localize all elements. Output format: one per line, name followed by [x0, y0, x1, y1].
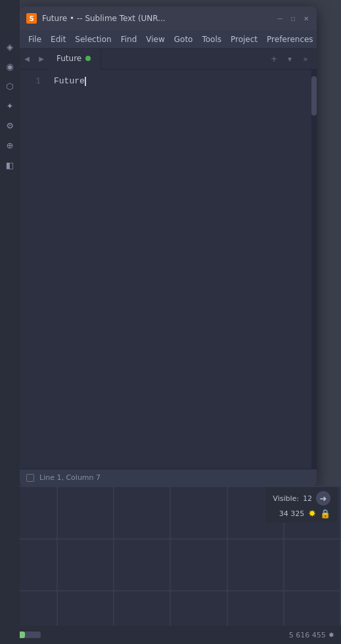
- menu-bar: File Edit Selection Find View Goto Tools…: [20, 30, 317, 49]
- tab-modified-indicator: [85, 56, 91, 61]
- sidebar-icon-1[interactable]: ◉: [3, 59, 17, 74]
- editor-window: S Future • -- Sublime Text (UNR... ─ □ ✕…: [20, 7, 317, 486]
- menu-project[interactable]: Project: [226, 33, 262, 45]
- lock-icon: 🔒: [320, 509, 330, 519]
- tab-bar: ◀ ▶ Future + ▾ »: [20, 49, 317, 70]
- sidebar-icon-6[interactable]: ◧: [3, 158, 17, 172]
- bottom-cell-9: [114, 540, 170, 591]
- bottom-cell-11: [228, 540, 283, 591]
- bottom-cell-8: [58, 540, 113, 591]
- line-number-1: 1: [35, 75, 41, 88]
- sidebar-icon-2[interactable]: ⬡: [3, 79, 17, 93]
- visible-count: 12: [303, 494, 312, 503]
- menu-file[interactable]: File: [24, 33, 46, 45]
- tab-back-button[interactable]: ◀: [20, 49, 34, 70]
- bottom-cell-10: [171, 540, 226, 591]
- status-bar: Line 1, Column 7: [20, 469, 317, 486]
- window-controls: ─ □ ✕: [276, 14, 310, 22]
- title-bar: S Future • -- Sublime Text (UNR... ─ □ ✕: [20, 7, 317, 30]
- code-line-1: Future: [54, 75, 310, 88]
- coord-display: 34 325: [279, 509, 305, 518]
- bottom-coords: 5 616 455: [289, 631, 326, 639]
- code-area[interactable]: Future: [47, 70, 317, 469]
- menu-goto[interactable]: Goto: [170, 33, 198, 45]
- editor-area[interactable]: 1 Future: [20, 70, 317, 469]
- maximize-button[interactable]: □: [289, 14, 297, 22]
- close-button[interactable]: ✕: [302, 14, 310, 22]
- text-cursor: [85, 77, 86, 86]
- sidebar-icon-0[interactable]: ◈: [3, 39, 17, 54]
- tab-label: Future: [57, 54, 81, 63]
- sidebar-icon-3[interactable]: ✦: [3, 98, 17, 113]
- visible-label: Visible:: [273, 494, 299, 503]
- vertical-scrollbar[interactable]: [311, 70, 317, 469]
- tab-actions: + ▾ »: [267, 52, 317, 66]
- bottom-status-bar: 5 616 455 ✸: [0, 626, 341, 644]
- tab-future[interactable]: Future: [49, 49, 101, 70]
- arrow-button[interactable]: ➜: [316, 491, 330, 505]
- bottom-status-right: 5 616 455 ✸: [289, 631, 334, 639]
- sidebar-icon-5[interactable]: ⊕: [3, 138, 17, 152]
- bottom-cell-3: [114, 487, 170, 538]
- menu-tools[interactable]: Tools: [197, 33, 226, 45]
- tab-overflow-button[interactable]: »: [298, 52, 313, 66]
- left-sidebar: ◈ ◉ ⬡ ✦ ⚙ ⊕ ◧: [0, 0, 20, 644]
- menu-find[interactable]: Find: [116, 33, 142, 45]
- info-row-visible: Visible: 12 ➜: [273, 491, 330, 505]
- bottom-snowflake-icon: ✸: [329, 631, 334, 639]
- cursor-position: Line 1, Column 7: [39, 473, 101, 482]
- menu-preferences[interactable]: Preferences: [262, 33, 317, 45]
- status-checkbox[interactable]: [26, 474, 34, 482]
- menu-edit[interactable]: Edit: [46, 33, 70, 45]
- app-icon: S: [26, 13, 37, 24]
- window-title: Future • -- Sublime Text (UNR...: [42, 14, 276, 23]
- scrollbar-thumb[interactable]: [311, 76, 317, 116]
- tab-dropdown-button[interactable]: ▾: [283, 52, 297, 66]
- line-numbers: 1: [20, 70, 47, 469]
- tab-forward-button[interactable]: ▶: [34, 49, 49, 70]
- info-panel: Visible: 12 ➜ 34 325 ✸ 🔒: [266, 487, 337, 523]
- menu-view[interactable]: View: [141, 33, 169, 45]
- bottom-cell-2: [58, 487, 113, 538]
- bottom-cell-12: [284, 540, 340, 591]
- sidebar-icon-4[interactable]: ⚙: [3, 118, 17, 133]
- bottom-cell-4: [171, 487, 226, 538]
- info-row-coords: 34 325 ✸ 🔒: [279, 508, 330, 519]
- menu-selection[interactable]: Selection: [70, 33, 116, 45]
- tab-add-button[interactable]: +: [267, 52, 281, 66]
- minimize-button[interactable]: ─: [276, 14, 284, 22]
- snowflake-icon: ✸: [308, 508, 316, 519]
